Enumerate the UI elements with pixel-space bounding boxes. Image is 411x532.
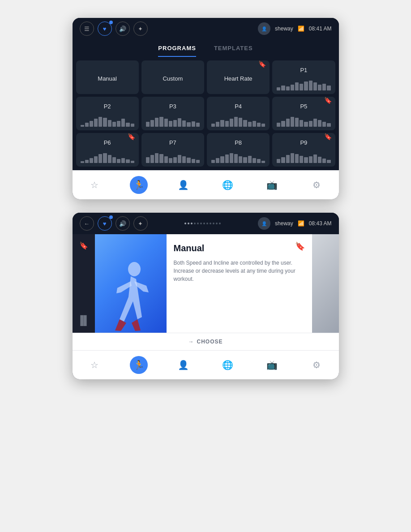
runner-figure bbox=[99, 252, 162, 333]
heart-icon-2[interactable]: ♥ bbox=[98, 216, 112, 231]
volume-icon[interactable]: 🔊 bbox=[116, 21, 130, 36]
card-title: Manual bbox=[174, 243, 305, 253]
heart-badge-2 bbox=[109, 215, 113, 219]
bookmark-outline-icon[interactable]: 🔖 bbox=[79, 241, 88, 250]
wifi-icon-2: 📶 bbox=[298, 220, 304, 227]
status-right: 👤 sheway 📶 08:41 AM bbox=[258, 22, 331, 35]
nav-profile[interactable]: 👤 bbox=[174, 176, 192, 194]
nav-globe-2[interactable]: 🌐 bbox=[219, 356, 237, 374]
p6-label: P6 bbox=[81, 139, 134, 146]
nav-cast-2[interactable]: 📺 bbox=[263, 356, 281, 374]
detail-status-right: 👤 sheway 📶 08:43 AM bbox=[258, 217, 331, 230]
screen1-frame: ☰ ♥ 🔊 ✦ 👤 sheway 📶 08:41 AM PROGRAMS TEM… bbox=[73, 18, 339, 199]
left-panel: 🔖 ▐▌ bbox=[73, 234, 95, 333]
nav-favorites[interactable]: ☆ bbox=[86, 176, 103, 194]
p2-label: P2 bbox=[81, 103, 134, 110]
p1-chart bbox=[277, 81, 330, 90]
programs-grid: Manual Custom 🔖 Heart Rate P1 P2 P3 bbox=[73, 57, 339, 170]
time-display-2: 08:43 AM bbox=[309, 220, 332, 227]
nav-activity-2[interactable]: 🏃 bbox=[130, 356, 148, 374]
program-p7[interactable]: P7 bbox=[141, 133, 204, 167]
p5-chart bbox=[277, 117, 330, 127]
card-description: Both Speed and Incline are controlled by… bbox=[174, 259, 305, 283]
program-p1[interactable]: P1 bbox=[272, 60, 335, 94]
p4-label: P4 bbox=[211, 103, 265, 110]
username-2: sheway bbox=[275, 220, 293, 227]
choose-button[interactable]: → CHOOSE bbox=[73, 333, 339, 350]
p7-label: P7 bbox=[146, 139, 200, 146]
choose-label: CHOOSE bbox=[197, 339, 223, 345]
tab-templates[interactable]: TEMPLATES bbox=[214, 45, 253, 57]
nav-profile-2[interactable]: 👤 bbox=[174, 356, 192, 374]
program-p8[interactable]: P8 bbox=[207, 133, 270, 167]
wifi-icon: 📶 bbox=[298, 26, 304, 32]
time-display: 08:41 AM bbox=[309, 26, 332, 32]
heart-icon[interactable]: ♥ bbox=[98, 21, 112, 36]
heartrate-label: Heart Rate bbox=[224, 75, 253, 82]
workout-image bbox=[95, 234, 167, 333]
p9-bookmark: 🔖 bbox=[324, 133, 332, 140]
user-avatar: 👤 bbox=[258, 22, 270, 35]
p8-chart bbox=[211, 153, 265, 163]
progress-dots bbox=[184, 223, 221, 224]
heartrate-bookmark: 🔖 bbox=[258, 60, 266, 68]
p5-label: P5 bbox=[277, 103, 330, 110]
nav-favorites-2[interactable]: ☆ bbox=[86, 356, 103, 374]
svg-point-0 bbox=[128, 262, 141, 276]
p5-bookmark: 🔖 bbox=[324, 97, 332, 104]
p7-chart bbox=[146, 153, 200, 163]
program-p4[interactable]: P4 bbox=[207, 97, 270, 130]
main-tabs: PROGRAMS TEMPLATES bbox=[73, 39, 339, 57]
p6-bookmark: 🔖 bbox=[128, 133, 135, 140]
nav-settings[interactable]: ⚙ bbox=[308, 176, 325, 194]
fan-icon[interactable]: ✦ bbox=[133, 21, 148, 36]
p9-chart bbox=[277, 153, 330, 163]
status-left-icons: ☰ ♥ 🔊 ✦ bbox=[80, 21, 148, 36]
program-heartrate[interactable]: 🔖 Heart Rate bbox=[207, 60, 270, 94]
manual-label: Manual bbox=[98, 75, 117, 82]
p2-chart bbox=[81, 117, 134, 127]
program-p3[interactable]: P3 bbox=[141, 97, 204, 130]
bottom-nav-1: ☆ 🏃 👤 🌐 📺 ⚙ bbox=[73, 170, 339, 199]
p1-label: P1 bbox=[277, 67, 330, 73]
user-avatar-2: 👤 bbox=[258, 217, 270, 230]
right-peek-image bbox=[312, 234, 339, 333]
status-bar-2: ← ♥ 🔊 ✦ bbox=[73, 213, 339, 234]
nav-settings-2[interactable]: ⚙ bbox=[308, 356, 325, 374]
info-panel: 🔖 Manual Both Speed and Incline are cont… bbox=[167, 234, 312, 333]
custom-label: Custom bbox=[163, 75, 183, 82]
nav-cast[interactable]: 📺 bbox=[263, 176, 281, 194]
bars-icon: ▐▌ bbox=[77, 315, 90, 326]
tab-programs[interactable]: PROGRAMS bbox=[158, 45, 196, 57]
program-p6[interactable]: 🔖 P6 bbox=[76, 133, 139, 167]
p3-chart bbox=[146, 117, 200, 127]
choose-arrow: → bbox=[188, 339, 194, 345]
fan-icon-2[interactable]: ✦ bbox=[133, 216, 148, 231]
p4-chart bbox=[211, 117, 265, 127]
nav-activity[interactable]: 🏃 bbox=[130, 176, 148, 194]
p6-chart bbox=[81, 153, 134, 163]
info-bookmark-icon[interactable]: 🔖 bbox=[295, 241, 305, 251]
bottom-nav-2: ☆ 🏃 👤 🌐 📺 ⚙ bbox=[73, 350, 339, 379]
program-p5[interactable]: 🔖 P5 bbox=[272, 97, 335, 130]
heart-badge bbox=[109, 21, 113, 24]
menu-icon[interactable]: ☰ bbox=[80, 21, 94, 36]
p8-label: P8 bbox=[211, 139, 265, 146]
detail-content: 🔖 ▐▌ 🔖 Manual Both Speed and Incl bbox=[73, 234, 339, 333]
program-custom[interactable]: Custom bbox=[141, 60, 204, 94]
nav-globe[interactable]: 🌐 bbox=[219, 176, 237, 194]
volume-icon-2[interactable]: 🔊 bbox=[116, 216, 130, 231]
status-bar-1: ☰ ♥ 🔊 ✦ 👤 sheway 📶 08:41 AM bbox=[73, 18, 339, 39]
program-p9[interactable]: 🔖 P9 bbox=[272, 133, 335, 167]
detail-status-left: ← ♥ 🔊 ✦ bbox=[80, 216, 148, 231]
back-button[interactable]: ← bbox=[80, 216, 94, 231]
program-p2[interactable]: P2 bbox=[76, 97, 139, 130]
username: sheway bbox=[275, 26, 293, 32]
screen2-frame: ← ♥ 🔊 ✦ bbox=[73, 213, 339, 379]
p3-label: P3 bbox=[146, 103, 200, 110]
program-manual[interactable]: Manual bbox=[76, 60, 139, 94]
right-peek bbox=[312, 234, 339, 333]
p9-label: P9 bbox=[277, 139, 330, 146]
